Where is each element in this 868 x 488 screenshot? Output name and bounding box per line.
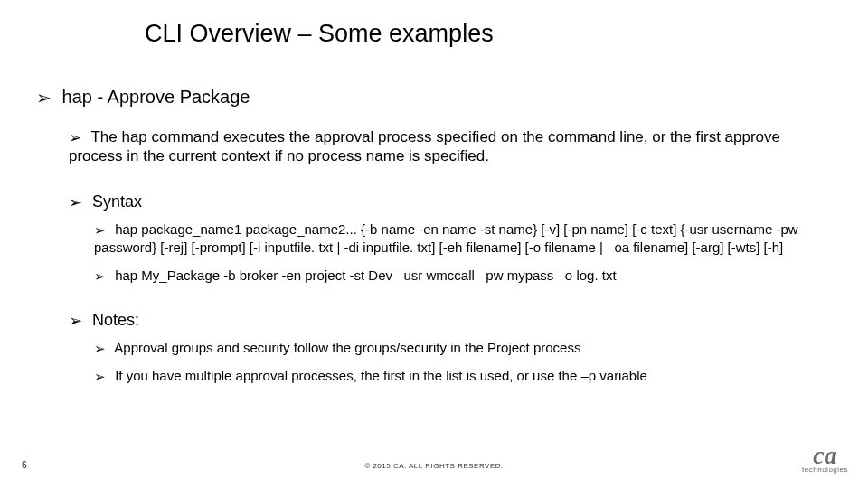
syntax-text: hap My_Package -b broker -en project -st… [115,267,616,283]
arrow-icon: ➢ [69,192,82,213]
notes-text: If you have multiple approval processes,… [115,368,647,383]
ca-logo: ca technologies [802,446,848,474]
slide-title: CLI Overview – Some examples [145,20,494,48]
description-text: The hap command executes the approval pr… [69,128,780,164]
notes-heading-line: ➢ Notes: [69,310,832,331]
section-heading: hap - Approve Package [62,87,250,107]
logo-sub: technologies [802,465,848,474]
syntax-heading: Syntax [92,192,142,211]
notes-text: Approval groups and security follow the … [114,340,580,355]
arrow-icon: ➢ [94,368,106,386]
arrow-icon: ➢ [36,87,52,108]
arrow-icon: ➢ [94,340,106,358]
syntax-text: hap package_name1 package_name2... {-b n… [94,221,798,255]
syntax-heading-line: ➢ Syntax [69,192,832,212]
description-line: ➢ The hap command executes the approval … [69,127,832,166]
arrow-icon: ➢ [69,128,81,147]
syntax-item: ➢ hap package_name1 package_name2... {-b… [94,221,832,258]
slide-body: ➢ hap - Approve Package ➢ The hap comman… [36,86,832,394]
notes-heading: Notes: [92,311,139,329]
section-heading-line: ➢ hap - Approve Package [36,86,832,108]
notes-item: ➢ If you have multiple approval processe… [94,367,832,385]
logo-main: ca [802,446,848,465]
syntax-item: ➢ hap My_Package -b broker -en project -… [94,267,832,285]
arrow-icon: ➢ [94,221,106,239]
notes-item: ➢ Approval groups and security follow th… [94,339,832,357]
copyright-text: © 2015 CA. ALL RIGHTS RESERVED. [0,462,868,470]
arrow-icon: ➢ [94,267,106,286]
arrow-icon: ➢ [69,311,82,332]
